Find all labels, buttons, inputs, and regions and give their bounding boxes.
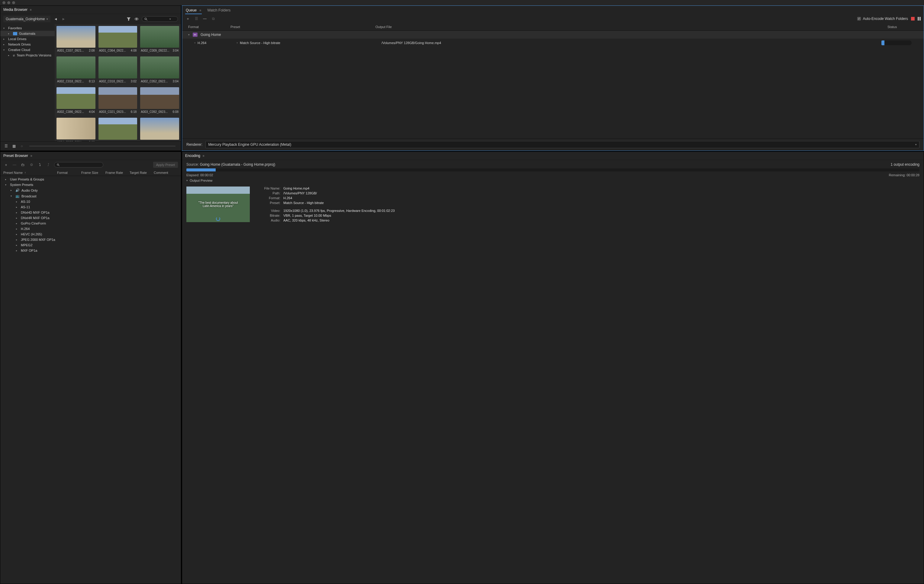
stop-button[interactable] <box>911 17 915 21</box>
queue-panel: Queue ≡ Watch Folders ＋ ☰ — ⧉ ✓ Auto-Enc… <box>182 5 924 151</box>
tree-item[interactable]: ▸⎚Team Projects Versions <box>0 53 54 58</box>
elapsed-time: Elapsed: 00:00:02 <box>186 173 213 177</box>
preset-item[interactable]: ▸H.264 <box>0 226 181 232</box>
panel-menu-icon[interactable]: ≡ <box>30 8 32 12</box>
export-preset-icon[interactable]: ⤴ <box>46 162 51 168</box>
queue-item-preset[interactable]: ▾ Match Source - High bitrate <box>236 41 309 44</box>
ingest-icon[interactable] <box>134 16 139 22</box>
queue-item-format[interactable]: ▾ H.264 <box>194 41 236 44</box>
clip-thumbnail[interactable]: A005_C029_0925...13:14 <box>140 118 179 141</box>
filter-icon[interactable] <box>126 16 131 22</box>
zoom-slider-handle[interactable]: ○ <box>19 143 25 149</box>
col-target-rate[interactable]: Target Rate <box>130 171 154 174</box>
preset-item[interactable]: ▾System Presets <box>0 182 181 188</box>
zoom-window[interactable] <box>12 1 15 4</box>
output-metadata: File Name:Going Home.mp4 Path:/Volumes/P… <box>255 186 395 222</box>
add-output-icon[interactable]: ☰ <box>194 16 199 21</box>
back-icon[interactable]: ◄ <box>53 16 58 22</box>
clip-thumbnail[interactable]: A001_C037_0921...2:08 <box>56 26 96 53</box>
queue-group-row[interactable]: ▾ Pr Going Home <box>182 31 924 39</box>
clip-thumbnail[interactable]: A001_C064_0922...4:08 <box>99 26 137 53</box>
clip-thumbnail[interactable]: A004_C010_0924...2:06 <box>99 118 137 141</box>
preset-search-input[interactable] <box>62 163 101 166</box>
encoding-source: Source: Going Home (Guatamala - Going Ho… <box>186 162 275 166</box>
project-dropdown-label: Guatemala_GoingHome <box>6 17 45 21</box>
pause-button[interactable] <box>917 17 921 21</box>
panel-menu-icon[interactable]: ≡ <box>200 9 201 12</box>
import-preset-icon[interactable]: ⤵ <box>37 162 43 168</box>
preset-group-icon[interactable]: 🗀 <box>20 162 26 168</box>
tree-item[interactable]: ▾Favorites <box>0 25 54 31</box>
chevron-down-icon: ▾ <box>915 143 917 146</box>
clip-thumbnail[interactable]: A003_C021_0923...6:18 <box>99 87 137 115</box>
preset-item[interactable]: ▾📺Broadcast <box>0 193 181 199</box>
media-search[interactable]: ▾ <box>142 16 178 22</box>
preset-item[interactable]: ▸JPEG 2000 MXF OP1a <box>0 237 181 242</box>
renderer-dropdown[interactable]: Mercury Playback Engine GPU Acceleration… <box>205 141 919 148</box>
renderer-label: Renderer: <box>186 143 202 147</box>
meta-video: 1920x1080 (1.0), 23.976 fps, Progressive… <box>283 209 395 212</box>
tab-queue[interactable]: Queue ≡ <box>185 7 202 14</box>
queue-group-name: Going Home <box>201 33 221 37</box>
duplicate-icon[interactable]: ⧉ <box>211 16 216 21</box>
auto-encode-checkbox[interactable]: ✓ Auto-Encode Watch Folders <box>857 16 908 21</box>
col-format: Format <box>188 25 231 29</box>
tree-item[interactable]: ▾Creative Cloud <box>0 47 54 53</box>
tree-item[interactable]: ▸Local Drives <box>0 36 54 42</box>
clip-thumbnail[interactable]: A004_C002_0924...3:02 <box>56 118 96 141</box>
preset-browser-header: Preset Browser ≡ <box>0 152 181 160</box>
meta-preset: Match Source - High bitrate <box>283 201 395 205</box>
remove-icon[interactable]: — <box>202 16 208 21</box>
preset-browser-panel: Preset Browser ≡ ＋ — 🗀 ⚙ ⤵ ⤴ Apply Prese… <box>0 151 181 584</box>
preset-item[interactable]: ▸🔊Audio Only <box>0 188 181 193</box>
preset-item[interactable]: ▸MXF OP1a <box>0 248 181 253</box>
panel-menu-icon[interactable]: ≡ <box>203 154 205 158</box>
search-dropdown-icon[interactable]: ▾ <box>170 18 171 21</box>
forward-icon[interactable]: ► <box>61 16 66 22</box>
zoom-slider-track[interactable] <box>29 146 175 146</box>
preset-item[interactable]: ▸DNxHD MXF OP1a <box>0 210 181 215</box>
preset-item[interactable]: ▸MPEG2 <box>0 242 181 248</box>
clip-thumbnail[interactable]: A002_C052_0922...3:04 <box>140 56 179 84</box>
preset-item[interactable]: ▸User Presets & Groups <box>0 176 181 182</box>
tab-watch-folders[interactable]: Watch Folders <box>206 7 231 14</box>
clip-thumbnail[interactable]: A002_C018_0922...8:13 <box>56 56 96 84</box>
output-preview-header[interactable]: ▾ Output Preview <box>186 179 919 182</box>
project-dropdown[interactable]: Guatemala_GoingHome ▾ <box>3 16 50 22</box>
apply-preset-button[interactable]: Apply Preset <box>153 162 178 168</box>
thumbnail-view-icon[interactable]: ▦ <box>11 143 16 149</box>
preset-item[interactable]: ▸GoPro CineForm <box>0 220 181 226</box>
col-format[interactable]: Format <box>57 171 81 174</box>
preset-item[interactable]: ▸AS-10 <box>0 199 181 204</box>
minimize-window[interactable] <box>7 1 10 4</box>
preset-item[interactable]: ▸DNxHR MXF OP1a <box>0 215 181 220</box>
col-frame-size[interactable]: Frame Size <box>81 171 106 174</box>
add-source-icon[interactable]: ＋ <box>185 16 191 21</box>
delete-preset-icon[interactable]: — <box>12 162 17 168</box>
clip-thumbnail[interactable]: A002_C086_0922...4:04 <box>56 87 96 115</box>
col-frame-rate[interactable]: Frame Rate <box>106 171 130 174</box>
preset-search[interactable] <box>54 162 103 168</box>
close-window[interactable] <box>2 1 5 4</box>
col-comment[interactable]: Comment <box>154 171 178 174</box>
list-view-icon[interactable]: ☰ <box>3 143 9 149</box>
tree-item[interactable]: ▸Network Drives <box>0 42 54 47</box>
clip-thumbnail[interactable]: A003_C092_0923...6:08 <box>140 87 179 115</box>
clip-thumbnail[interactable]: A002_C018_0922...3:02 <box>99 56 137 84</box>
tree-item[interactable]: ▸Guatamala <box>0 31 54 36</box>
new-preset-icon[interactable]: ＋ <box>3 162 9 168</box>
queue-item-output[interactable]: /Volumes/PNY 128GB/Going Home.mp4 <box>381 41 881 44</box>
panel-menu-icon[interactable]: ≡ <box>31 154 32 158</box>
renderer-value: Mercury Playback Engine GPU Acceleration… <box>208 143 291 147</box>
col-output: Output File <box>375 25 888 29</box>
preset-column-headers: Preset Name ↑ Format Frame Size Frame Ra… <box>0 169 181 176</box>
preset-settings-icon[interactable]: ⚙ <box>29 162 34 168</box>
queue-item-row[interactable]: ▾ H.264 ▾ Match Source - High bitrate /V… <box>182 39 924 47</box>
preset-item[interactable]: ▸AS-11 <box>0 204 181 210</box>
media-search-input[interactable] <box>150 17 168 21</box>
remaining-time: Remaining: 00:00:28 <box>889 173 919 177</box>
preset-item[interactable]: ▸HEVC (H.265) <box>0 232 181 237</box>
sort-asc-icon: ↑ <box>25 171 26 174</box>
clip-thumbnail[interactable]: A002_C009_09222...3:04 <box>140 26 179 53</box>
col-preset-name[interactable]: Preset Name <box>3 171 23 174</box>
